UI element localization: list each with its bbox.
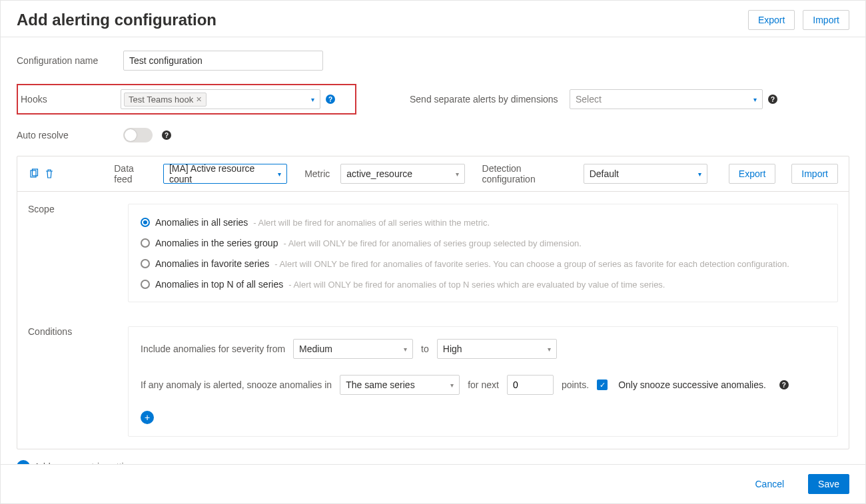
chevron-down-icon: ▾ [278, 170, 281, 178]
scope-label: Scope [28, 204, 121, 302]
severity-prefix-text: Include anomalies for severity from [141, 344, 285, 354]
auto-resolve-label: Auto resolve [17, 130, 123, 140]
detection-value: Default [590, 168, 619, 179]
scope-radio-all-series[interactable] [141, 218, 150, 227]
detection-select[interactable]: Default ▾ [584, 164, 707, 184]
severity-from-select[interactable]: Medium ▾ [293, 339, 413, 359]
data-feed-value: [MA] Active resource count [169, 163, 274, 184]
snooze-scope-select[interactable]: The same series ▾ [340, 375, 460, 395]
conditions-label: Conditions [28, 326, 121, 437]
export-button-top[interactable]: Export [748, 10, 795, 30]
detection-label: Detection configuration [482, 163, 573, 184]
hooks-label: Hooks [21, 94, 121, 105]
scope-option-desc: - Alert will ONLY be fired for anomalies… [274, 259, 789, 269]
snooze-prefix-text: If any anomaly is alerted, snooze anomal… [141, 379, 332, 390]
hooks-row-highlight: Hooks Test Teams hook ✕ ▾ ? [17, 84, 356, 115]
delete-icon[interactable] [43, 168, 55, 180]
dimensions-select[interactable]: Select ▾ [570, 89, 763, 109]
snooze-points-input[interactable] [507, 375, 554, 395]
snooze-scope-value: The same series [346, 379, 414, 390]
metric-select[interactable]: active_resource ▾ [340, 164, 464, 184]
hooks-chip-remove-icon[interactable]: ✕ [196, 95, 202, 104]
hooks-help-icon[interactable]: ? [326, 95, 335, 104]
config-name-input[interactable] [123, 51, 323, 71]
dimensions-label: Send separate alerts by dimensions [410, 94, 570, 105]
scope-option-label: Anomalies in favorite series [155, 258, 269, 269]
metric-label: Metric [304, 168, 330, 179]
snooze-successive-checkbox[interactable]: ✓ [597, 379, 608, 390]
chevron-down-icon: ▾ [698, 170, 701, 178]
scope-radio-series-group[interactable] [141, 238, 150, 248]
auto-resolve-toggle[interactable] [123, 128, 153, 142]
metric-value: active_resource [346, 168, 412, 179]
auto-resolve-help-icon[interactable]: ? [162, 130, 171, 140]
snooze-points-word: points. [562, 379, 589, 390]
save-button[interactable]: Save [808, 474, 849, 494]
import-button-top[interactable]: Import [803, 10, 849, 30]
snooze-successive-label: Only snooze successive anomalies. [618, 379, 766, 390]
scope-option-desc: - Alert will be fired for anomalies of a… [253, 218, 490, 228]
add-condition-button[interactable]: + [141, 411, 154, 424]
page-title: Add alerting configuration [17, 11, 217, 29]
chevron-down-icon: ▾ [456, 170, 459, 178]
chevron-down-icon: ▾ [450, 381, 454, 389]
data-feed-select[interactable]: [MA] Active resource count ▾ [163, 164, 287, 184]
dimensions-placeholder: Select [576, 94, 602, 105]
hooks-chip: Test Teams hook ✕ [124, 93, 207, 107]
chevron-down-icon: ▾ [753, 96, 757, 103]
snooze-mid-text: for next [468, 379, 499, 390]
card-export-button[interactable]: Export [729, 164, 775, 184]
cancel-button[interactable]: Cancel [745, 475, 793, 493]
scope-option-desc: - Alert will ONLY be fired for anomalies… [288, 280, 665, 290]
chevron-down-icon: ▾ [548, 346, 551, 353]
severity-to-word: to [421, 344, 429, 354]
scope-option-label: Anomalies in top N of all series [155, 279, 283, 290]
chevron-down-icon: ▾ [311, 96, 314, 103]
scope-option-label: Anomalies in the series group [155, 238, 278, 248]
dimensions-help-icon[interactable]: ? [768, 95, 777, 104]
chevron-down-icon: ▾ [404, 346, 407, 353]
severity-to-value: High [443, 344, 462, 354]
config-name-label: Configuration name [17, 55, 123, 66]
scope-radio-favorite[interactable] [141, 259, 150, 268]
snooze-help-icon[interactable]: ? [779, 380, 789, 389]
severity-to-select[interactable]: High ▾ [437, 339, 557, 359]
hooks-chip-label: Test Teams hook [129, 95, 193, 105]
metric-card: Data feed [MA] Active resource count ▾ M… [17, 156, 849, 449]
scope-option-desc: - Alert will ONLY be fired for anomalies… [283, 238, 582, 248]
scope-radio-top-n[interactable] [141, 280, 150, 289]
data-feed-label: Data feed [114, 163, 153, 184]
scope-option-label: Anomalies in all series [155, 217, 248, 228]
hooks-select[interactable]: Test Teams hook ✕ ▾ [121, 89, 320, 109]
card-import-button[interactable]: Import [791, 164, 838, 184]
copy-icon[interactable] [28, 168, 39, 180]
severity-from-value: Medium [299, 344, 332, 354]
